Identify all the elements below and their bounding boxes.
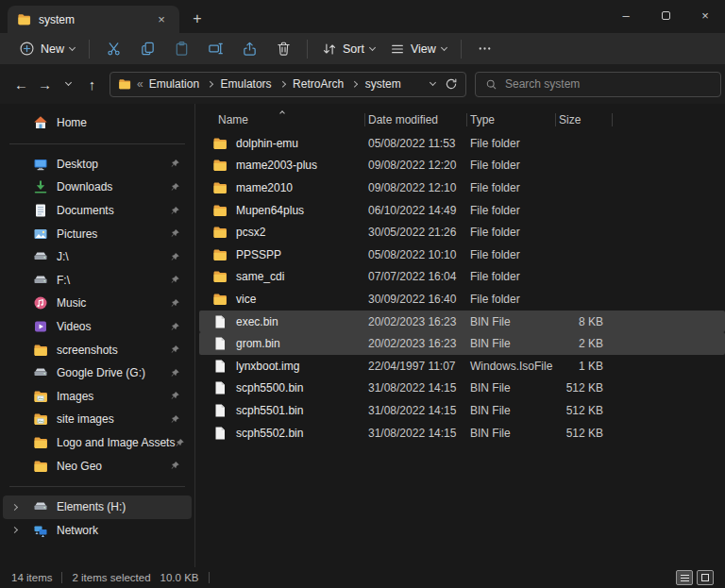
toolbar-separator bbox=[307, 40, 308, 59]
breadcrumb-separator-icon[interactable] bbox=[351, 81, 357, 87]
sidebar-item-network[interactable]: Network bbox=[3, 519, 192, 543]
view-hamburger-icon bbox=[390, 42, 405, 57]
details-view-button[interactable] bbox=[676, 570, 693, 585]
pin-icon bbox=[175, 438, 185, 448]
file-row-same-cdi[interactable]: same_cdi07/07/2022 16:04File folder bbox=[199, 266, 725, 289]
file-row-grom-bin[interactable]: grom.bin20/02/2023 16:23BIN File2 KB bbox=[199, 332, 725, 355]
minimize-button[interactable]: – bbox=[606, 0, 646, 30]
chevron-down-icon bbox=[369, 43, 376, 50]
file-row-scph5500-bin[interactable]: scph5500.bin31/08/2022 14:15BIN File512 … bbox=[199, 378, 725, 400]
drive-icon bbox=[33, 499, 48, 514]
address-dropdown-icon[interactable] bbox=[430, 79, 436, 86]
file-date: 05/08/2022 11:53 bbox=[368, 137, 456, 150]
sidebar-item-documents[interactable]: Documents bbox=[3, 199, 192, 223]
sidebar-item-pictures[interactable]: Pictures bbox=[3, 222, 192, 245]
expand-chevron-icon[interactable] bbox=[12, 505, 33, 510]
file-row-mame2003-plus[interactable]: mame2003-plus09/08/2022 12:20File folder bbox=[199, 155, 725, 177]
breadcrumb-segment[interactable]: RetroArch bbox=[293, 77, 344, 91]
address-bar[interactable]: « EmulationEmulatorsRetroArchsystem bbox=[110, 72, 466, 97]
sidebar-item-label: Home bbox=[57, 116, 87, 129]
sidebar-item-f[interactable]: F:\ bbox=[3, 269, 192, 293]
sidebar-item-downloads[interactable]: Downloads bbox=[3, 176, 192, 199]
column-header-name[interactable]: Name bbox=[199, 108, 365, 132]
file-row-exec-bin[interactable]: exec.bin20/02/2023 16:23BIN File8 KB bbox=[199, 311, 725, 333]
file-date: 09/08/2022 12:10 bbox=[368, 181, 456, 194]
copy-button[interactable] bbox=[130, 36, 164, 62]
close-button[interactable]: × bbox=[685, 0, 725, 30]
sidebar-item-screenshots[interactable]: screenshots bbox=[3, 338, 192, 361]
sidebar-item-music[interactable]: Music bbox=[3, 292, 192, 315]
pin-icon bbox=[170, 298, 180, 309]
expand-chevron-icon[interactable] bbox=[12, 528, 33, 532]
delete-button[interactable] bbox=[266, 36, 300, 62]
recent-locations-button[interactable] bbox=[57, 72, 80, 96]
sidebar-item-images[interactable]: Images bbox=[3, 385, 192, 409]
icons-view-button[interactable] bbox=[697, 570, 714, 585]
maximize-button[interactable] bbox=[646, 0, 685, 30]
column-header-date-modified[interactable]: Date modified bbox=[365, 108, 467, 132]
search-input[interactable] bbox=[505, 77, 684, 91]
breadcrumb-truncation-indicator[interactable]: « bbox=[137, 77, 143, 91]
sort-button[interactable]: Sort bbox=[314, 36, 382, 62]
drive-icon bbox=[33, 273, 48, 288]
file-row-scph5501-bin[interactable]: scph5501.bin31/08/2022 14:15BIN File512 … bbox=[199, 399, 725, 422]
toolbar-separator bbox=[461, 40, 462, 59]
sidebar-item-elements-h[interactable]: Elements (H:) bbox=[3, 496, 192, 519]
sort-ascending-icon bbox=[279, 110, 285, 116]
file-row-dolphin-emu[interactable]: dolphin-emu05/08/2022 11:53File folder bbox=[199, 132, 725, 155]
sidebar-item-j[interactable]: J:\ bbox=[3, 245, 192, 269]
file-row-lynxboot-img[interactable]: lynxboot.img22/04/1997 11:07Windows.IsoF… bbox=[199, 355, 725, 378]
share-button[interactable] bbox=[232, 36, 266, 62]
sidebar-item-home[interactable]: Home bbox=[3, 111, 192, 135]
file-icon bbox=[212, 359, 228, 374]
more-options-button[interactable] bbox=[468, 36, 502, 62]
sidebar-item-logo-and-image-assets[interactable]: Logo and Image Assets bbox=[3, 431, 192, 455]
sidebar-item-site-images[interactable]: site images bbox=[3, 408, 192, 431]
file-row-scph5502-bin[interactable]: scph5502.bin31/08/2022 14:15BIN File512 … bbox=[199, 422, 725, 445]
trash-icon bbox=[276, 41, 292, 57]
sidebar-item-desktop[interactable]: Desktop bbox=[3, 153, 192, 176]
pin-icon bbox=[170, 228, 180, 239]
file-row-vice[interactable]: vice30/09/2022 16:40File folder bbox=[199, 288, 725, 311]
column-header-size[interactable]: Size bbox=[556, 108, 613, 132]
pin-icon bbox=[170, 344, 180, 355]
sidebar-item-google-drive-g[interactable]: Google Drive (G:) bbox=[3, 361, 192, 385]
file-name: scph5501.bin bbox=[236, 404, 303, 417]
new-button[interactable]: New bbox=[11, 36, 82, 62]
column-header-type[interactable]: Type bbox=[467, 108, 556, 132]
tab-close-icon[interactable]: × bbox=[153, 11, 170, 28]
breadcrumb-separator-icon[interactable] bbox=[207, 81, 212, 87]
up-button[interactable]: ↑ bbox=[80, 72, 104, 96]
breadcrumb-segment[interactable]: Emulators bbox=[221, 77, 272, 91]
rename-button[interactable] bbox=[198, 36, 232, 62]
sidebar-item-label: site images bbox=[57, 412, 114, 426]
back-button[interactable]: ← bbox=[9, 72, 33, 96]
file-row-ppsspp[interactable]: PPSSPP05/08/2022 10:10File folder bbox=[199, 244, 725, 266]
file-row-mame2010[interactable]: mame201009/08/2022 12:10File folder bbox=[199, 176, 725, 199]
file-row-pcsx2[interactable]: pcsx230/05/2022 21:26File folder bbox=[199, 221, 725, 244]
breadcrumb-separator-icon[interactable] bbox=[279, 81, 285, 87]
column-header-label: Type bbox=[470, 113, 495, 126]
sidebar-item-videos[interactable]: Videos bbox=[3, 315, 192, 339]
tab-system[interactable]: system × bbox=[8, 6, 179, 33]
pin-icon bbox=[170, 391, 180, 401]
column-header-label: Date modified bbox=[368, 113, 438, 126]
cut-button[interactable] bbox=[96, 36, 130, 62]
view-button[interactable]: View bbox=[382, 36, 454, 62]
sidebar-item-neo-geo[interactable]: Neo Geo bbox=[3, 454, 192, 478]
refresh-icon[interactable] bbox=[445, 77, 458, 91]
breadcrumb-segment[interactable]: Emulation bbox=[149, 77, 199, 91]
file-size: 1 KB bbox=[579, 360, 603, 373]
file-row-mupen64plus[interactable]: Mupen64plus06/10/2022 14:49File folder bbox=[199, 199, 725, 222]
toolbar-separator bbox=[89, 40, 90, 59]
pin-icon bbox=[170, 461, 180, 471]
paste-button[interactable] bbox=[164, 36, 198, 62]
new-tab-button[interactable]: + bbox=[185, 7, 210, 31]
file-name: Mupen64plus bbox=[236, 204, 304, 217]
navigation-bar: ← → ↑ « EmulationEmulatorsRetroArchsyste… bbox=[0, 64, 725, 104]
forward-button[interactable]: → bbox=[33, 72, 57, 96]
file-size: 512 KB bbox=[566, 404, 603, 417]
breadcrumb-segment[interactable]: system bbox=[365, 77, 401, 91]
status-divider bbox=[209, 572, 210, 583]
file-date: 22/04/1997 11:07 bbox=[368, 360, 456, 373]
